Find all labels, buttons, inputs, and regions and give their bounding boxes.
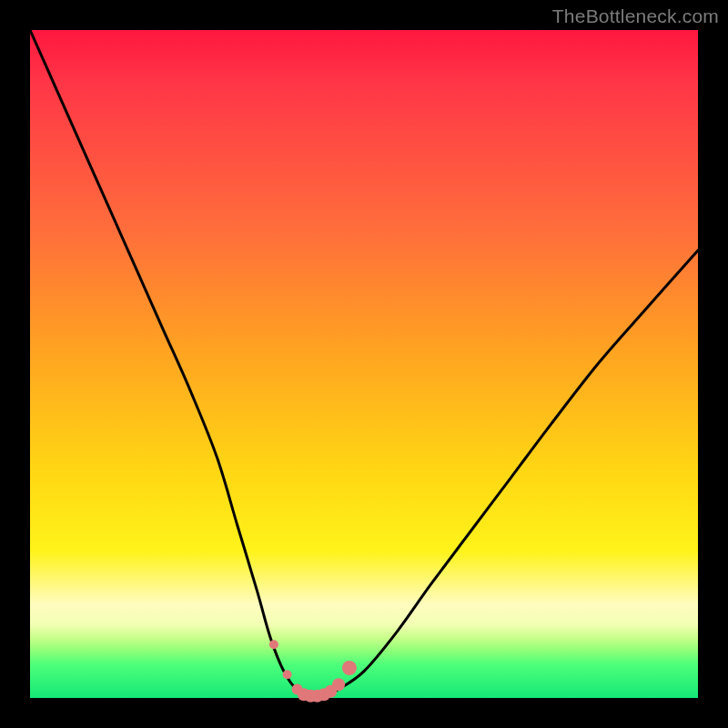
- marker-dot: [269, 640, 278, 649]
- marker-dot: [283, 670, 292, 679]
- marker-dot: [342, 661, 357, 675]
- watermark-text: TheBottleneck.com: [552, 5, 719, 27]
- plot-area: [30, 30, 698, 698]
- chart-frame: TheBottleneck.com: [0, 0, 728, 728]
- chart-svg: [30, 30, 698, 698]
- marker-dot: [332, 678, 345, 691]
- bottleneck-curve: [30, 30, 698, 697]
